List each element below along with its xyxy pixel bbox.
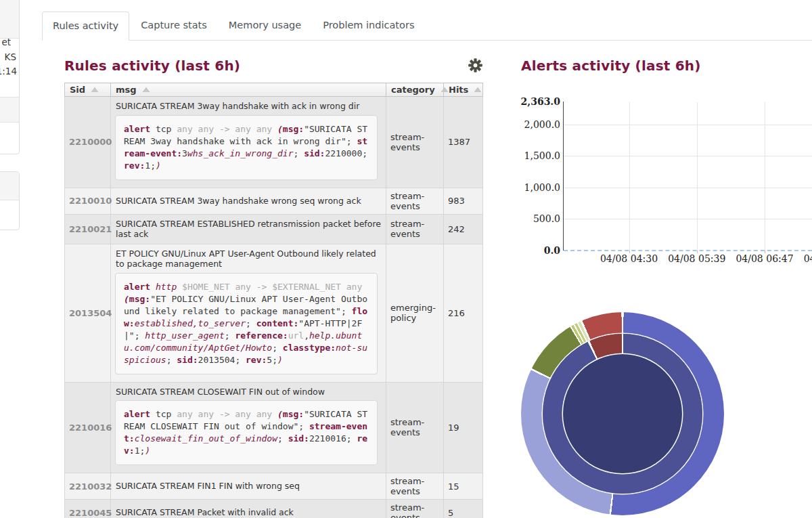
sidebar-clipped-text: et — [1, 37, 11, 47]
x-axis-tickmark — [765, 251, 765, 253]
column-header-msg[interactable]: msg — [111, 83, 386, 97]
column-label: msg — [116, 85, 137, 95]
rule-category: stream-events — [386, 473, 444, 500]
rule-sid: 2013504 — [65, 244, 111, 382]
rule-msg-title: SURICATA STREAM 3way handshake wrong seq… — [116, 196, 382, 207]
rule-sid: 2210021 — [65, 214, 111, 244]
rule-hits: 19 — [444, 382, 483, 473]
rule-code-block: alert tcp any any -> any any (msg:"SURIC… — [115, 115, 378, 180]
rule-sid: 2210010 — [65, 188, 111, 214]
sidebar-clipped-text: 1:14 — [0, 66, 17, 77]
sort-arrow-icon — [441, 87, 448, 92]
rule-msg-title: SURICATA STREAM CLOSEWAIT FIN out of win… — [116, 387, 382, 397]
rule-category: stream-events — [386, 97, 444, 188]
y-axis-tick-label: 1,500.0 — [486, 150, 560, 161]
gridline-h — [564, 156, 812, 156]
rule-category: stream-events — [386, 500, 444, 518]
rule-msg-title: SURICATA STREAM FIN1 FIN with wrong seq — [116, 481, 382, 492]
rule-category: stream-events — [386, 382, 444, 473]
rule-hits: 1387 — [444, 97, 483, 188]
gridline-h — [564, 125, 812, 125]
table-row: 2210000SURICATA STREAM 3way handshake wi… — [65, 97, 483, 188]
gridline-v — [629, 102, 630, 251]
rule-msg-cell: SURICATA STREAM 3way handshake with ack … — [111, 97, 386, 188]
rule-category: emerging-policy — [386, 244, 444, 382]
x-axis-tickmark — [629, 251, 630, 253]
rule-sid: 2210000 — [65, 97, 111, 188]
sidebar-panel-header — [0, 0, 19, 39]
table-row: 2013504ET POLICY GNU/Linux APT User-Agen… — [65, 244, 483, 382]
rule-msg-cell: SURICATA STREAM CLOSEWAIT FIN out of win… — [111, 382, 386, 473]
rule-msg-title: SURICATA STREAM ESTABLISHED retransmissi… — [116, 219, 382, 240]
y-axis-tick-label: 0.0 — [486, 245, 560, 256]
x-axis-tick-label: 04/08 05:39 — [660, 253, 734, 264]
sort-arrow-icon — [91, 87, 98, 92]
column-label: category — [391, 85, 435, 95]
rule-sid: 2210045 — [65, 500, 111, 518]
rule-hits: 983 — [444, 188, 483, 214]
column-header-hits[interactable]: Hits — [444, 83, 483, 97]
rule-msg-title: ET POLICY GNU/Linux APT User-Agent Outbo… — [116, 249, 382, 269]
sidebar-panel-clipped-2 — [0, 171, 20, 230]
rule-msg-cell: SURICATA STREAM Packet with invalid ack — [111, 500, 386, 518]
alerts-donut-chart[interactable] — [521, 312, 724, 515]
table-row: 2210045SURICATA STREAM Packet with inval… — [65, 500, 483, 518]
gridline-h — [564, 219, 812, 219]
tab-memory-usage[interactable]: Memory usage — [219, 12, 311, 40]
x-axis-tick-label: 04/08 07:56 — [795, 253, 812, 264]
column-label: Sid — [70, 85, 85, 95]
gridline-v — [697, 102, 698, 251]
y-axis-line — [563, 102, 564, 251]
gridline-h — [564, 188, 812, 188]
table-row: 2210021SURICATA STREAM ESTABLISHED retra… — [65, 214, 483, 244]
table-row: 2210032SURICATA STREAM FIN1 FIN with wro… — [65, 473, 483, 500]
y-axis-tick-label: 500.0 — [486, 213, 560, 224]
sidebar-panel-subheader — [0, 97, 19, 123]
rule-sid: 2210032 — [65, 473, 111, 500]
tab-capture-stats[interactable]: Capture stats — [131, 12, 217, 40]
rule-category: stream-events — [386, 214, 444, 244]
rules-table: SidmsgcategoryHits 2210000SURICATA STREA… — [64, 83, 483, 518]
x-axis-tick-label: 04/08 04:30 — [592, 253, 667, 264]
rule-hits: 15 — [444, 473, 483, 500]
donut-center[interactable] — [563, 354, 682, 473]
tab-rules-activity[interactable]: Rules activity — [42, 12, 129, 41]
sidebar-panel-clipped: etKS1:14 — [0, 0, 20, 154]
rule-code-block: alert http $HOME_NET any -> $EXTERNAL_NE… — [115, 273, 378, 374]
gear-icon[interactable] — [468, 58, 482, 75]
column-label: Hits — [449, 85, 468, 95]
rule-msg-cell: SURICATA STREAM FIN1 FIN with wrong seq — [111, 473, 386, 500]
tab-bar: Rules activityCapture statsMemory usageP… — [42, 12, 812, 41]
rule-hits: 242 — [444, 214, 483, 244]
y-axis-tick-label: 1,000.0 — [486, 182, 560, 193]
sidebar-clipped-text: KS — [5, 51, 16, 62]
sort-arrow-icon — [143, 87, 150, 92]
alerts-series-line — [564, 250, 812, 251]
rule-code-block: alert tcp any any -> any any (msg:"SURIC… — [115, 400, 378, 465]
column-header-category[interactable]: category — [386, 83, 444, 97]
sidebar-panel-header-2 — [0, 172, 19, 200]
tab-problem-indicators[interactable]: Problem indicators — [313, 12, 424, 40]
table-row: 2210016SURICATA STREAM CLOSEWAIT FIN out… — [65, 382, 483, 473]
rule-msg-cell: SURICATA STREAM 3way handshake wrong seq… — [111, 188, 386, 214]
x-axis-tickmark — [697, 251, 698, 253]
scirius-dashboard: etKS1:14 Rules activityCapture statsMemo… — [0, 0, 812, 518]
column-header-sid[interactable]: Sid — [65, 83, 111, 97]
sort-arrow-icon — [474, 87, 481, 92]
rule-msg-title: SURICATA STREAM 3way handshake with ack … — [116, 101, 382, 112]
y-axis-tick-label: 2,363.0 — [486, 96, 560, 107]
table-row: 2210010SURICATA STREAM 3way handshake wr… — [65, 188, 483, 214]
x-axis-tick-label: 04/08 06:47 — [727, 253, 802, 264]
rule-hits: 216 — [444, 244, 483, 382]
gridline-v — [765, 102, 765, 251]
rules-panel-title: Rules activity (last 6h) — [64, 58, 240, 74]
rule-msg-cell: ET POLICY GNU/Linux APT User-Agent Outbo… — [111, 244, 386, 382]
rule-sid: 2210016 — [65, 382, 111, 473]
y-axis-tick-label: 2,000.0 — [486, 119, 560, 130]
rule-msg-title: SURICATA STREAM Packet with invalid ack — [116, 507, 382, 518]
rule-hits: 5 — [444, 500, 483, 518]
rule-msg-cell: SURICATA STREAM ESTABLISHED retransmissi… — [111, 214, 386, 244]
rule-category: stream-events — [386, 188, 444, 214]
alerts-panel-title: Alerts activity (last 6h) — [521, 58, 701, 74]
